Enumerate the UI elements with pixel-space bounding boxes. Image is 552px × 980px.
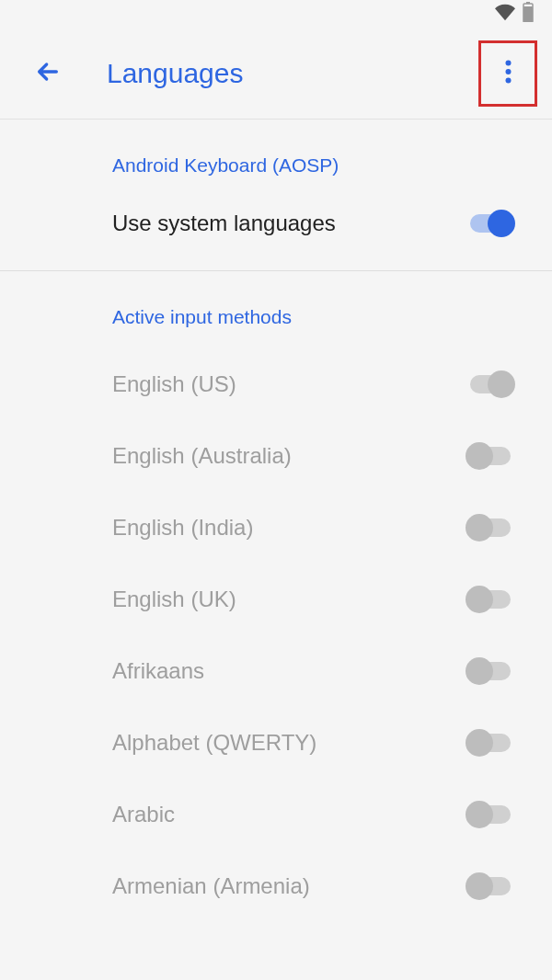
- more-options-button[interactable]: [486, 51, 530, 96]
- language-toggle[interactable]: [466, 872, 515, 900]
- content-area: Android Keyboard (AOSP) Use system langu…: [0, 120, 552, 922]
- language-row[interactable]: Arabic: [0, 779, 552, 850]
- language-row[interactable]: Alphabet (QWERTY): [0, 707, 552, 779]
- language-label: English (Australia): [112, 443, 292, 469]
- language-row[interactable]: English (Australia): [0, 420, 552, 492]
- language-label: Arabic: [112, 802, 175, 827]
- svg-point-3: [505, 60, 511, 65]
- keyboard-section-header: Android Keyboard (AOSP): [0, 120, 552, 191]
- use-system-languages-row[interactable]: Use system languages: [0, 191, 552, 256]
- language-label: English (India): [112, 515, 253, 541]
- language-label: English (US): [112, 371, 236, 397]
- back-button[interactable]: [26, 51, 70, 96]
- language-row[interactable]: English (India): [0, 492, 552, 564]
- language-label: Armenian (Armenia): [112, 873, 310, 899]
- language-label: English (UK): [112, 587, 236, 612]
- language-row[interactable]: Armenian (Armenia): [0, 850, 552, 922]
- tutorial-highlight-box: [478, 40, 537, 107]
- svg-rect-2: [523, 6, 533, 22]
- language-toggle[interactable]: [466, 657, 515, 685]
- language-toggle[interactable]: [466, 586, 515, 613]
- page-title: Languages: [107, 58, 243, 89]
- input-methods-section-header: Active input methods: [0, 271, 552, 343]
- svg-point-5: [505, 77, 511, 83]
- more-vertical-icon: [505, 60, 512, 87]
- language-toggle[interactable]: [466, 370, 515, 398]
- language-row[interactable]: English (UK): [0, 564, 552, 635]
- svg-point-4: [505, 69, 511, 74]
- use-system-languages-label: Use system languages: [112, 211, 336, 236]
- wifi-icon: [495, 2, 515, 26]
- status-bar: [0, 0, 552, 28]
- language-row[interactable]: English (US): [0, 343, 552, 420]
- languages-list: English (US)English (Australia)English (…: [0, 343, 552, 922]
- app-bar: Languages: [0, 28, 552, 120]
- language-toggle[interactable]: [466, 801, 515, 828]
- language-row[interactable]: Afrikaans: [0, 635, 552, 707]
- battery-icon: [523, 2, 534, 26]
- language-toggle[interactable]: [466, 729, 515, 757]
- language-label: Afrikaans: [112, 658, 204, 684]
- language-toggle[interactable]: [466, 514, 515, 541]
- use-system-languages-toggle[interactable]: [466, 210, 515, 237]
- language-toggle[interactable]: [466, 442, 515, 470]
- language-label: Alphabet (QWERTY): [112, 730, 316, 756]
- arrow-left-icon: [33, 57, 63, 90]
